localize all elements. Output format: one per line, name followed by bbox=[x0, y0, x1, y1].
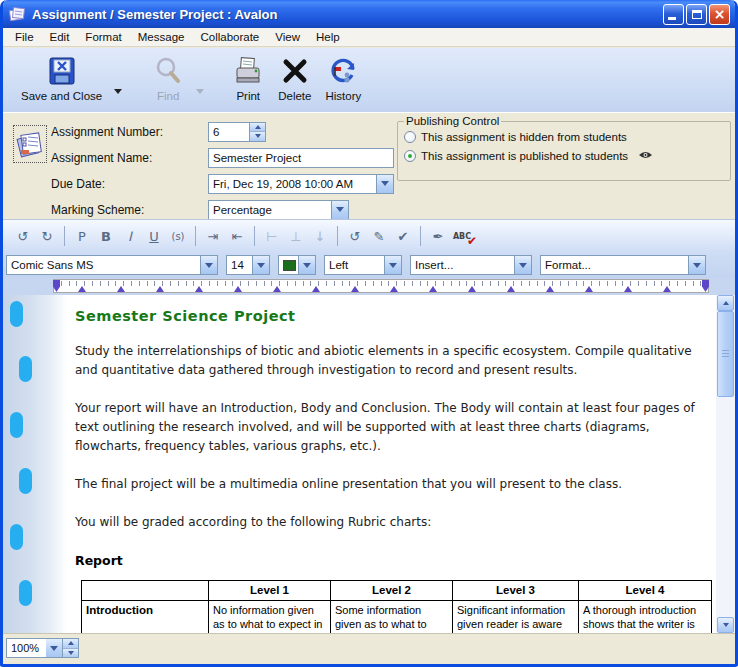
marking-scheme-combobox[interactable]: Percentage bbox=[208, 200, 349, 220]
save-and-close-label: Save and Close bbox=[21, 90, 102, 102]
tab-stop-marker[interactable] bbox=[468, 286, 476, 292]
font-family-combobox[interactable]: Comic Sans MS bbox=[6, 255, 218, 275]
stepper-up-icon[interactable] bbox=[250, 123, 265, 132]
tab-stop-marker[interactable] bbox=[234, 286, 242, 292]
tab-stop-marker[interactable] bbox=[78, 286, 86, 292]
find-icon bbox=[152, 53, 184, 89]
font-size-dropdown-icon[interactable] bbox=[252, 256, 269, 274]
menu-item-file[interactable]: File bbox=[7, 29, 42, 45]
tab-stop-marker[interactable] bbox=[273, 286, 281, 292]
menu-item-message[interactable]: Message bbox=[130, 29, 193, 45]
close-button[interactable]: × bbox=[709, 4, 730, 25]
spellcheck-icon[interactable]: ABC✔ bbox=[451, 226, 473, 246]
text-color-combobox[interactable] bbox=[278, 255, 316, 275]
zoom-down-icon[interactable] bbox=[63, 648, 78, 658]
tab-stop-marker[interactable] bbox=[546, 286, 554, 292]
alignment-dropdown-icon[interactable] bbox=[384, 256, 401, 274]
menu-item-format[interactable]: Format bbox=[77, 29, 129, 45]
zoom-dropdown-icon[interactable] bbox=[46, 638, 63, 658]
bold-icon[interactable]: B bbox=[95, 226, 117, 246]
plain-text-icon[interactable]: P bbox=[71, 226, 93, 246]
assignment-number-stepper[interactable] bbox=[250, 122, 266, 142]
tab-stop-marker[interactable] bbox=[351, 286, 359, 292]
title-bar[interactable]: Assignment / Semester Project : Avalon × bbox=[3, 0, 735, 28]
underline-icon[interactable]: U bbox=[143, 226, 165, 246]
move-down-icon[interactable]: ↓ bbox=[309, 226, 331, 246]
tab-stop-marker[interactable] bbox=[624, 286, 632, 292]
tab-stop-icon[interactable]: ⊢ bbox=[261, 226, 283, 246]
radio-button-icon[interactable] bbox=[404, 150, 416, 162]
tab-stop-marker[interactable] bbox=[312, 286, 320, 292]
vertical-scrollbar[interactable] bbox=[716, 295, 735, 633]
assignment-stack-icon bbox=[13, 125, 47, 163]
zoom-up-icon[interactable] bbox=[63, 639, 78, 648]
format-dropdown-icon[interactable] bbox=[688, 256, 705, 274]
publishing-option-published[interactable]: This assignment is published to students bbox=[404, 146, 724, 165]
italic-icon[interactable]: I bbox=[119, 226, 141, 246]
save-and-close-button[interactable]: Save and Close bbox=[17, 52, 106, 103]
format-combobox[interactable]: Format... bbox=[540, 255, 706, 275]
document-paragraph: The final project will be a multimedia o… bbox=[75, 475, 703, 494]
due-date-dropdown-icon[interactable] bbox=[376, 175, 393, 193]
menu-item-collaborate[interactable]: Collaborate bbox=[192, 29, 267, 45]
radio-button-icon[interactable] bbox=[404, 131, 416, 143]
undo-icon[interactable]: ↺ bbox=[12, 226, 34, 246]
approve-icon[interactable]: ✔ bbox=[392, 226, 414, 246]
zoom-control[interactable]: 100% bbox=[6, 638, 79, 658]
maximize-button[interactable] bbox=[686, 4, 707, 25]
assignment-name-field[interactable] bbox=[208, 148, 394, 168]
tab-stop-marker[interactable] bbox=[585, 286, 593, 292]
scroll-up-icon[interactable] bbox=[717, 295, 734, 311]
scroll-down-icon[interactable] bbox=[717, 617, 734, 633]
tab-stop-marker[interactable] bbox=[390, 286, 398, 292]
due-date-combobox[interactable]: Fri, Dec 19, 2008 10:00 AM bbox=[208, 174, 394, 194]
delete-icon bbox=[280, 53, 310, 89]
find-dropdown-arrow-icon[interactable] bbox=[196, 89, 204, 94]
assignment-number-field[interactable] bbox=[208, 122, 250, 142]
alignment-combobox[interactable]: Left bbox=[324, 255, 402, 275]
minimize-button[interactable] bbox=[663, 4, 684, 25]
margin-icon[interactable]: ⊥ bbox=[285, 226, 307, 246]
document-content: Semester Science Project Study the inter… bbox=[73, 295, 707, 633]
find-button[interactable]: Find bbox=[148, 52, 188, 103]
insert-dropdown-icon[interactable] bbox=[514, 256, 531, 274]
publishing-option-hidden[interactable]: This assignment is hidden from students bbox=[404, 127, 724, 146]
revert-icon[interactable]: ↺ bbox=[344, 226, 366, 246]
zoom-stepper[interactable] bbox=[63, 638, 79, 658]
right-indent-marker[interactable] bbox=[702, 280, 709, 292]
edit-pencil-icon[interactable]: ✎ bbox=[368, 226, 390, 246]
insert-combobox[interactable]: Insert... bbox=[410, 255, 532, 275]
tab-stop-marker[interactable] bbox=[507, 286, 515, 292]
menu-item-edit[interactable]: Edit bbox=[42, 29, 78, 45]
print-icon bbox=[232, 53, 264, 89]
document-editor[interactable]: Semester Science Project Study the inter… bbox=[3, 295, 735, 633]
save-dropdown-arrow-icon[interactable] bbox=[114, 89, 122, 94]
left-indent-marker[interactable] bbox=[53, 280, 60, 292]
menu-item-view[interactable]: View bbox=[267, 29, 308, 45]
tab-stop-marker[interactable] bbox=[663, 286, 671, 292]
tab-stop-marker[interactable] bbox=[117, 286, 125, 292]
publishing-option-label: This assignment is hidden from students bbox=[421, 131, 627, 143]
tab-stop-marker[interactable] bbox=[195, 286, 203, 292]
ruler[interactable] bbox=[53, 279, 709, 293]
tab-stop-marker[interactable] bbox=[429, 286, 437, 292]
indent-increase-icon[interactable]: ⇥ bbox=[202, 226, 224, 246]
font-family-dropdown-icon[interactable] bbox=[200, 256, 217, 274]
tab-stop-marker[interactable] bbox=[156, 286, 164, 292]
indent-decrease-icon[interactable]: ⇤ bbox=[226, 226, 248, 246]
signature-icon[interactable]: ✒ bbox=[427, 226, 449, 246]
menu-item-help[interactable]: Help bbox=[308, 29, 348, 45]
redo-icon[interactable]: ↻ bbox=[36, 226, 58, 246]
delete-button[interactable]: Delete bbox=[274, 52, 315, 103]
rubric-cell: A thorough introduction shows that the w… bbox=[579, 601, 712, 634]
toolbar-separator bbox=[254, 226, 255, 246]
stepper-down-icon[interactable] bbox=[250, 131, 265, 141]
print-button[interactable]: Print bbox=[228, 52, 268, 103]
marking-scheme-dropdown-icon[interactable] bbox=[331, 201, 348, 219]
strikethrough-icon[interactable]: (s) bbox=[167, 226, 189, 246]
font-size-combobox[interactable]: 14 bbox=[226, 255, 270, 275]
scrollbar-thumb[interactable] bbox=[717, 311, 734, 397]
history-button[interactable]: History bbox=[321, 52, 365, 103]
text-color-dropdown-icon[interactable] bbox=[298, 256, 315, 274]
assignment-name-label: Assignment Name: bbox=[51, 151, 208, 165]
